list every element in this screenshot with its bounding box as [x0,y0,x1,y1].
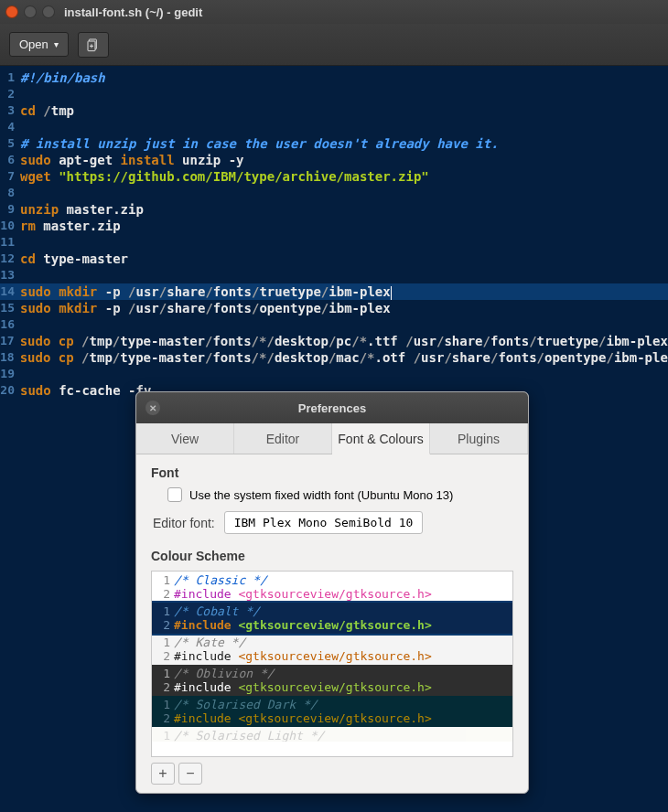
line-number: 17 [0,333,18,349]
window-minimize-button[interactable] [24,5,37,18]
code-content: sudo cp /tmp/type-master/fonts/*/desktop… [18,349,668,366]
code-content: # install unzip just in case the user do… [18,135,499,152]
window-close-button[interactable] [5,5,18,18]
line-number: 8 [0,185,18,201]
code-content: cd /tmp [18,102,74,119]
code-content: wget "https://github.com/IBM/type/archiv… [18,168,429,185]
code-content: sudo mkdir -p /usr/share/fonts/truetype/… [18,283,392,300]
code-line[interactable]: 5# install unzip just in case the user d… [0,135,668,152]
code-line[interactable]: 16 [0,316,668,333]
chevron-down-icon: ▾ [54,39,59,49]
code-line[interactable]: 7wget "https://github.com/IBM/type/archi… [0,168,668,185]
tab-editor[interactable]: Editor [234,423,332,454]
code-line[interactable]: 18sudo cp /tmp/type-master/fonts/*/deskt… [0,349,668,366]
line-number: 14 [0,283,18,300]
new-tab-button[interactable] [78,32,109,58]
open-button-label: Open [19,37,48,51]
code-content: sudo fc-cache -fv [18,382,151,399]
dialog-close-button[interactable]: ✕ [145,401,160,415]
line-number: 7 [0,168,18,185]
colour-scheme-classic[interactable]: 1/* Classic */2#include <gtksourceview/g… [152,572,512,603]
editor-font-button[interactable]: IBM Plex Mono SemiBold 10 [224,511,424,534]
line-number: 16 [0,316,18,333]
code-line[interactable]: 14sudo mkdir -p /usr/share/fonts/truetyp… [0,283,668,300]
colour-scheme-cobalt[interactable]: 1/* Cobalt */2#include <gtksourceview/gt… [152,603,512,634]
code-line[interactable]: 12cd type-master [0,251,668,267]
line-number: 2 [0,86,18,102]
add-scheme-button[interactable]: + [151,763,175,785]
line-number: 4 [0,119,18,135]
code-content: rm master.zip [18,218,121,234]
window-titlebar: install-font.sh (~/) - gedit [0,0,668,24]
dialog-titlebar: ✕ Preferences [136,392,528,423]
editor-font-label: Editor font: [153,516,215,530]
code-content: sudo mkdir -p /usr/share/fonts/opentype/… [18,300,391,316]
line-number: 19 [0,366,18,382]
colour-scheme-list[interactable]: 1/* Classic */2#include <gtksourceview/g… [151,571,513,757]
code-line[interactable]: 1#!/bin/bash [0,69,668,86]
line-number: 10 [0,218,18,234]
line-number: 9 [0,201,18,218]
window-maximize-button[interactable] [42,5,55,18]
preferences-dialog: ✕ Preferences ViewEditorFont & ColoursPl… [135,391,529,794]
line-number: 1 [0,69,18,86]
line-number: 15 [0,300,18,316]
line-number: 3 [0,102,18,119]
code-line[interactable]: 13 [0,267,668,283]
font-section-title: Font [151,465,513,480]
use-system-font-label: Use the system fixed width font (Ubuntu … [189,488,453,502]
tab-plugins[interactable]: Plugins [430,423,528,454]
colour-scheme-section-title: Colour Scheme [151,549,513,563]
use-system-font-checkbox[interactable] [167,487,182,502]
remove-scheme-button[interactable]: − [178,763,202,785]
dialog-title: Preferences [298,401,366,415]
colour-scheme-kate[interactable]: 1/* Kate */2#include <gtksourceview/gtks… [152,634,512,665]
code-line[interactable]: 8 [0,185,668,201]
code-line[interactable]: 3cd /tmp [0,102,668,119]
line-number: 6 [0,152,18,168]
code-line[interactable]: 19 [0,366,668,382]
code-line[interactable]: 9unzip master.zip [0,201,668,218]
code-content: cd type-master [18,251,128,267]
code-content: sudo apt-get install unzip -y [18,152,244,168]
line-number: 11 [0,234,18,251]
code-content: sudo cp /tmp/type-master/fonts/*/desktop… [18,333,668,349]
line-number: 5 [0,135,18,152]
code-line[interactable]: 10rm master.zip [0,218,668,234]
line-number: 12 [0,251,18,267]
tab-view[interactable]: View [136,423,234,454]
open-button[interactable]: Open ▾ [9,32,69,57]
window-title: install-font.sh (~/) - gedit [64,5,202,19]
code-line[interactable]: 11 [0,234,668,251]
code-content: unzip master.zip [18,201,144,218]
code-content: #!/bin/bash [18,69,105,86]
line-number: 20 [0,382,18,399]
dialog-tabs: ViewEditorFont & ColoursPlugins [136,423,528,454]
new-document-icon [86,37,101,52]
code-line[interactable]: 6sudo apt-get install unzip -y [0,152,668,168]
colour-scheme-oblivion[interactable]: 1/* Oblivion */2#include <gtksourceview/… [152,665,512,696]
tab-font-colours[interactable]: Font & Colours [332,423,430,454]
colour-scheme-solarised-dark[interactable]: 1/* Solarised Dark */2#include <gtksourc… [152,696,512,727]
code-line[interactable]: 2 [0,86,668,102]
line-number: 18 [0,349,18,366]
colour-scheme-solarised-light[interactable]: 1/* Solarised Light */ [152,727,512,742]
code-line[interactable]: 17sudo cp /tmp/type-master/fonts/*/deskt… [0,333,668,349]
toolbar: Open ▾ [0,24,668,66]
code-line[interactable]: 4 [0,119,668,135]
code-line[interactable]: 15sudo mkdir -p /usr/share/fonts/opentyp… [0,300,668,316]
line-number: 13 [0,267,18,283]
